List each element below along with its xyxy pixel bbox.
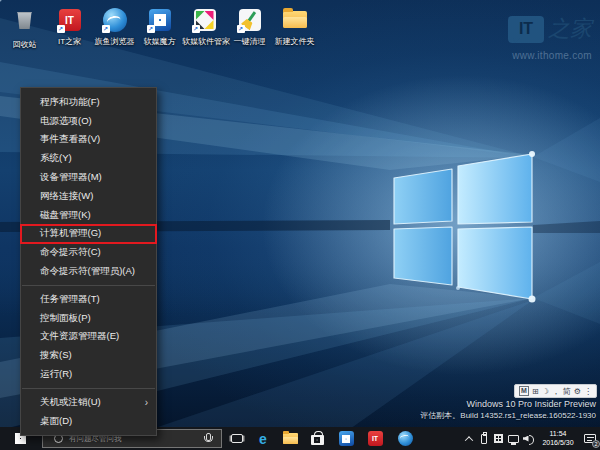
desktop-icon-one-key-clean[interactable]: ↗ 一键清理 bbox=[227, 7, 272, 50]
action-center-button[interactable]: 2 bbox=[580, 427, 600, 450]
tray-volume[interactable] bbox=[521, 427, 536, 450]
icon-label: 旗鱼浏览器 bbox=[92, 36, 137, 47]
clock-date: 2016/5/30 bbox=[536, 439, 580, 448]
menu-item-network-connections[interactable]: 网络连接(W) bbox=[21, 187, 156, 206]
watermark-build: 评估副本。Build 14352.rs1_release.160522-1930 bbox=[420, 410, 596, 421]
usb-icon bbox=[481, 434, 487, 444]
task-view-button[interactable] bbox=[224, 427, 250, 450]
file-explorer-icon bbox=[283, 433, 298, 444]
taskbar-store-button[interactable] bbox=[304, 427, 330, 450]
icon-label: 软媒魔方 bbox=[137, 36, 182, 47]
shortcut-arrow-icon: ↗ bbox=[237, 25, 245, 33]
tray-app-grid[interactable] bbox=[491, 427, 506, 450]
menu-item-shutdown-signout[interactable]: 关机或注销(U) › bbox=[21, 393, 156, 412]
ithome-logo-icon: IT bbox=[508, 16, 544, 43]
ithome-logo-script: 之家 bbox=[548, 14, 592, 44]
desktop: 回收站 IT ↗ IT之家 ↗ 旗鱼浏览器 ↗ 软媒魔方 ↗ 软媒软件管家 ↗ … bbox=[0, 0, 600, 450]
tray-network[interactable] bbox=[506, 427, 521, 450]
tray-show-hidden-icons[interactable] bbox=[461, 427, 476, 450]
menu-separator bbox=[22, 285, 155, 286]
taskbar-qiyu-button[interactable] bbox=[392, 427, 418, 450]
taskbar-edge-button[interactable]: e bbox=[250, 427, 276, 450]
menu-item-search[interactable]: 搜索(S) bbox=[21, 346, 156, 365]
taskbar-clock[interactable]: 11:54 2016/5/30 bbox=[536, 430, 580, 447]
qiyu-browser-icon bbox=[398, 431, 413, 446]
desktop-icon-ruanmei-mofang[interactable]: ↗ 软媒魔方 bbox=[137, 7, 182, 50]
desktop-icon-new-folder[interactable]: 新建文件夹 bbox=[272, 7, 317, 50]
taskbar-mofang-button[interactable] bbox=[333, 427, 359, 450]
menu-item-desktop[interactable]: 桌面(D) bbox=[21, 412, 156, 431]
menu-item-power-options[interactable]: 电源选项(O) bbox=[21, 112, 156, 131]
menu-item-event-viewer[interactable]: 事件查看器(V) bbox=[21, 131, 156, 150]
grid-icon bbox=[494, 434, 503, 443]
ime-more-icon[interactable]: ⋮ bbox=[584, 387, 592, 396]
desktop-icon-recycle-bin[interactable]: 回收站 bbox=[2, 7, 47, 50]
ime-punctuation-icon[interactable]: ， bbox=[552, 386, 560, 397]
desktop-icon-qiyu-browser[interactable]: ↗ 旗鱼浏览器 bbox=[92, 7, 137, 50]
icon-label: 回收站 bbox=[2, 39, 47, 50]
task-view-icon bbox=[231, 434, 243, 443]
microphone-icon[interactable] bbox=[203, 433, 212, 445]
ime-mode-icon[interactable]: M bbox=[519, 386, 529, 396]
shortcut-arrow-icon: ↗ bbox=[147, 25, 155, 33]
edge-icon: e bbox=[259, 432, 267, 446]
menu-item-command-prompt[interactable]: 命令提示符(C) bbox=[21, 243, 156, 262]
desktop-icon-ithome[interactable]: IT ↗ IT之家 bbox=[47, 7, 92, 50]
menu-item-file-explorer[interactable]: 文件资源管理器(E) bbox=[21, 328, 156, 347]
submenu-arrow-icon: › bbox=[145, 397, 148, 408]
system-tray: 11:54 2016/5/30 2 bbox=[461, 427, 600, 450]
shortcut-arrow-icon: ↗ bbox=[57, 25, 65, 33]
menu-item-command-prompt-admin[interactable]: 命令提示符(管理员)(A) bbox=[21, 262, 156, 281]
desktop-icon-row: 回收站 IT ↗ IT之家 ↗ 旗鱼浏览器 ↗ 软媒魔方 ↗ 软媒软件管家 ↗ … bbox=[2, 7, 317, 50]
ime-settings-gear-icon[interactable]: ⚙ bbox=[574, 387, 581, 396]
shortcut-arrow-icon: ↗ bbox=[192, 25, 200, 33]
shortcut-arrow-icon: ↗ bbox=[102, 25, 110, 33]
menu-item-computer-management-highlighted[interactable]: 计算机管理(G) bbox=[21, 225, 156, 244]
menu-item-task-manager[interactable]: 任务管理器(T) bbox=[21, 290, 156, 309]
icon-label: 软媒软件管家 bbox=[182, 36, 227, 47]
ime-halfwidth-icon[interactable]: ☽ bbox=[542, 387, 549, 396]
icon-label: 一键清理 bbox=[227, 36, 272, 47]
menu-item-disk-management[interactable]: 磁盘管理(K) bbox=[21, 206, 156, 225]
ime-grid-icon[interactable]: ⊞ bbox=[532, 387, 539, 396]
menu-item-run[interactable]: 运行(R) bbox=[21, 365, 156, 384]
ime-simplified-icon[interactable]: 简 bbox=[563, 386, 571, 397]
menu-separator bbox=[22, 388, 155, 389]
ithome-url: www.ithome.com bbox=[508, 50, 592, 61]
volume-icon bbox=[523, 434, 535, 444]
ime-language-bar[interactable]: M ⊞ ☽ ， 简 ⚙ ⋮ bbox=[514, 384, 597, 398]
tray-usb-device[interactable] bbox=[476, 427, 491, 450]
clock-time: 11:54 bbox=[536, 430, 580, 439]
menu-item-control-panel[interactable]: 控制面板(P) bbox=[21, 309, 156, 328]
icon-label: IT之家 bbox=[47, 36, 92, 47]
icon-label: 新建文件夹 bbox=[272, 36, 317, 47]
winx-context-menu: 程序和功能(F) 电源选项(O) 事件查看器(V) 系统(Y) 设备管理器(M)… bbox=[20, 87, 157, 436]
menu-item-programs-features[interactable]: 程序和功能(F) bbox=[21, 93, 156, 112]
windows-store-icon bbox=[311, 435, 324, 445]
taskbar-file-explorer-button[interactable] bbox=[277, 427, 303, 450]
folder-icon bbox=[283, 11, 307, 28]
chevron-up-icon bbox=[464, 436, 472, 444]
watermark-edition: Windows 10 Pro Insider Preview bbox=[420, 399, 596, 409]
insider-build-watermark: Windows 10 Pro Insider Preview 评估副本。Buil… bbox=[420, 399, 596, 421]
network-icon bbox=[508, 435, 519, 443]
menu-item-system[interactable]: 系统(Y) bbox=[21, 149, 156, 168]
recycle-bin-icon bbox=[17, 10, 33, 29]
ithome-watermark: IT 之家 www.ithome.com bbox=[508, 14, 592, 61]
taskbar-ithome-button[interactable]: IT bbox=[362, 427, 388, 450]
mofang-cube-icon bbox=[339, 431, 354, 446]
ithome-app-icon: IT bbox=[368, 431, 383, 446]
menu-item-label: 关机或注销(U) bbox=[40, 396, 101, 409]
notification-badge: 2 bbox=[592, 440, 600, 448]
desktop-icon-ruanmei-manager[interactable]: ↗ 软媒软件管家 bbox=[182, 7, 227, 50]
menu-item-device-manager[interactable]: 设备管理器(M) bbox=[21, 168, 156, 187]
